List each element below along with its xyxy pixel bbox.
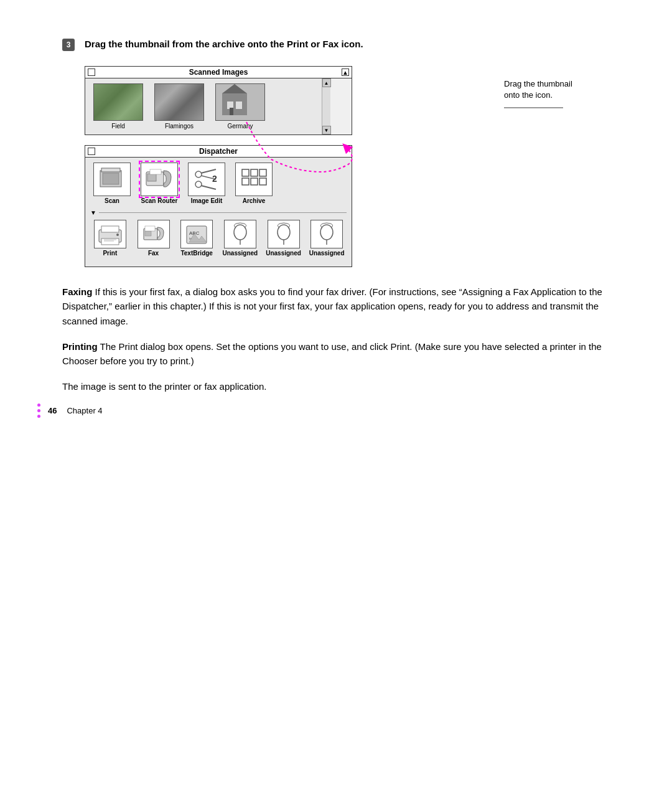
- printing-term: Printing: [62, 341, 98, 352]
- footer-dots: [37, 404, 40, 418]
- fax-label: Fax: [148, 250, 159, 257]
- page: 3 Drag the thumbnail from the archive on…: [0, 0, 672, 443]
- svg-rect-26: [101, 226, 119, 232]
- window-close-box[interactable]: [88, 68, 95, 76]
- callout-line1: Drag the thumbnail: [504, 78, 616, 90]
- scroll-up[interactable]: ▲: [322, 78, 331, 87]
- dispatcher-item-scan[interactable]: Scan: [90, 163, 134, 204]
- svg-rect-23: [251, 178, 258, 185]
- paragraph-image-sent: The image is sent to the printer or fax …: [62, 379, 622, 394]
- svg-line-15: [201, 169, 216, 173]
- print-svg: [96, 222, 124, 246]
- dispatcher-top-row: Scan: [90, 163, 347, 204]
- svg-point-28: [116, 234, 119, 236]
- svg-rect-24: [259, 178, 266, 185]
- textbridge-label: TextBridge: [180, 250, 213, 257]
- scan-router-svg: [144, 166, 175, 193]
- svg-point-42: [320, 225, 333, 240]
- unassigned-3-icon: [310, 220, 343, 248]
- svg-rect-32: [145, 231, 151, 236]
- body-content: Faxing If this is your first fax, a dial…: [62, 285, 622, 394]
- dispatcher-titlebar: Dispatcher: [85, 146, 352, 158]
- faxing-term: Faxing: [62, 286, 92, 297]
- callout-line-svg: [504, 103, 566, 112]
- svg-rect-1: [222, 93, 247, 115]
- dispatcher-item-fax[interactable]: Fax: [134, 220, 174, 257]
- step-number: 3: [62, 39, 75, 51]
- printing-body: The Print dialog box opens. Set the opti…: [62, 341, 602, 366]
- footer-dot-3: [37, 415, 40, 418]
- svg-point-14: [195, 181, 202, 187]
- thumbnail-field-label: Field: [111, 123, 125, 130]
- svg-point-13: [195, 171, 202, 177]
- scan-label: Scan: [105, 197, 119, 204]
- archive-label: Archive: [243, 197, 266, 204]
- callout-line2: onto the icon.: [504, 90, 616, 101]
- dispatcher-item-unassigned-2[interactable]: Unassigned: [264, 220, 304, 257]
- callout: Drag the thumbnail onto the icon.: [504, 78, 616, 112]
- dispatcher-item-textbridge[interactable]: ABC text TextBridge: [177, 220, 217, 257]
- svg-rect-19: [242, 169, 249, 176]
- image-sent-body: The image is sent to the printer or fax …: [62, 381, 267, 392]
- image-edit-svg: 2: [191, 166, 222, 193]
- unassigned-3-svg: [313, 222, 340, 246]
- svg-rect-8: [103, 173, 119, 184]
- fax-icon: [138, 220, 170, 248]
- dispatcher-item-scan-router[interactable]: Scan Router: [138, 163, 181, 204]
- svg-line-16: [201, 186, 216, 189]
- print-label: Print: [103, 250, 117, 257]
- scan-svg: [96, 166, 128, 193]
- dispatcher-item-image-edit[interactable]: 2 Image Edit: [185, 163, 228, 204]
- scan-router-icon: [141, 163, 178, 196]
- unassigned-1-icon: [224, 220, 256, 248]
- paragraph-printing: Printing The Print dialog box opens. Set…: [62, 339, 622, 369]
- svg-point-38: [234, 225, 246, 240]
- scan-router-label: Scan Router: [141, 197, 178, 204]
- thumbnail-field-img: [93, 83, 143, 121]
- unassigned-1-svg: [226, 222, 254, 246]
- thumbnail-germany[interactable]: Germany: [212, 83, 268, 130]
- svg-rect-20: [251, 169, 258, 176]
- dispatcher-close-box[interactable]: [88, 148, 95, 155]
- scan-icon: [93, 163, 131, 196]
- svg-rect-33: [145, 226, 155, 231]
- unassigned-2-svg: [270, 222, 297, 246]
- step-row: 3 Drag the thumbnail from the archive on…: [62, 37, 622, 51]
- archive-icon: [235, 163, 273, 196]
- thumbnail-flamingos[interactable]: Flamingos: [151, 83, 207, 130]
- page-footer: 46 Chapter 4: [0, 404, 672, 418]
- step-text: Drag the thumbnail from the archive onto…: [85, 37, 363, 49]
- dispatcher-item-unassigned-3[interactable]: Unassigned: [307, 220, 347, 257]
- dispatcher-item-archive[interactable]: Archive: [232, 163, 276, 204]
- svg-point-40: [278, 225, 290, 240]
- dispatcher-content: Scan: [85, 158, 352, 267]
- scrollbar[interactable]: ▲ ▼: [322, 78, 330, 134]
- thumbnail-field[interactable]: Field: [90, 83, 146, 130]
- window-zoom-box[interactable]: ▲: [342, 68, 349, 76]
- svg-rect-4: [236, 101, 242, 109]
- thumbnail-flamingos-img: [154, 83, 204, 121]
- fax-svg: [140, 222, 167, 246]
- unassigned-3-label: Unassigned: [309, 250, 345, 257]
- dispatcher-item-print[interactable]: Print: [90, 220, 130, 257]
- thumbnail-germany-label: Germany: [227, 123, 253, 130]
- print-icon: [94, 220, 126, 248]
- unassigned-2-icon: [268, 220, 300, 248]
- thumbnail-spacer: [273, 83, 317, 130]
- thumbnails-area: Field Flamingos: [85, 78, 322, 134]
- textbridge-icon: ABC text: [180, 220, 213, 248]
- textbridge-svg: ABC text: [183, 222, 210, 246]
- scroll-down[interactable]: ▼: [322, 126, 331, 134]
- paragraph-faxing: Faxing If this is your first fax, a dial…: [62, 285, 622, 328]
- dispatcher-divider: ▼: [90, 209, 347, 216]
- dispatcher-item-unassigned-1[interactable]: Unassigned: [220, 220, 260, 257]
- scanned-images-window: Scanned Images ▲ Field Flamingos: [85, 66, 352, 135]
- archive-svg: [238, 166, 269, 193]
- thumbnail-flamingos-label: Flamingos: [165, 123, 194, 130]
- footer-dot-1: [37, 404, 40, 407]
- divider-line: [99, 212, 347, 213]
- footer-chapter: Chapter 4: [67, 406, 102, 415]
- dispatcher-window: Dispatcher Scan: [85, 145, 352, 267]
- svg-rect-12: [150, 169, 161, 174]
- scanned-images-main: Field Flamingos: [85, 78, 352, 134]
